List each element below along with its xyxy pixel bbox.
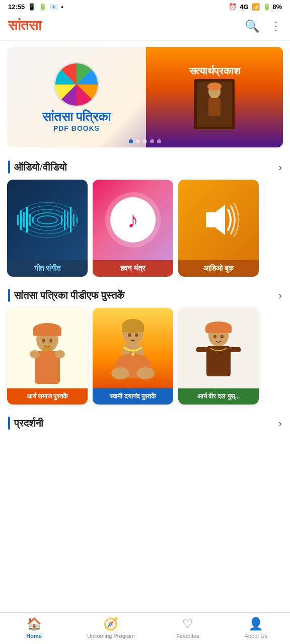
pradarshani-title: प्रदर्शनी xyxy=(14,418,43,429)
wave-svg xyxy=(12,200,83,240)
arya-veer-book-image xyxy=(178,308,259,388)
home-icon: 🏠 xyxy=(27,617,42,631)
svg-rect-52 xyxy=(196,347,207,352)
swami-dayanand-figure xyxy=(93,308,173,388)
dharma-wheel-icon xyxy=(54,62,99,107)
nav-home[interactable]: 🏠 Home xyxy=(19,617,49,639)
svg-rect-15 xyxy=(32,217,34,222)
svg-marker-23 xyxy=(215,205,225,235)
banner-right: सत्यार्थप्रकाश xyxy=(146,47,283,147)
nav-about-us[interactable]: 👤 About Us xyxy=(241,617,271,639)
swami-dayanand-book-card[interactable]: स्वामी दयानंद पुस्तकें xyxy=(93,308,173,405)
svg-point-9 xyxy=(37,216,57,224)
arya-veer-book-card[interactable]: आर्य वीर दल पुस्... xyxy=(178,308,259,405)
audio-book-label: आडिओ बुक xyxy=(178,260,259,277)
nav-home-label: Home xyxy=(26,633,42,639)
geet-sangeet-label: गीत संगीत xyxy=(7,260,88,277)
status-indicators: ⏰ 4G 📶 🔋 8% xyxy=(229,3,282,11)
banner-title: सांतसा पत्रिका xyxy=(42,110,111,125)
pradarshani-chevron[interactable]: › xyxy=(278,418,282,429)
svg-point-50 xyxy=(221,335,224,339)
audio-book-card[interactable]: आडिओ बुक xyxy=(178,180,259,277)
audio-video-title: ऑडियो/वीडियो xyxy=(14,162,67,173)
svg-point-32 xyxy=(30,350,40,358)
svg-point-39 xyxy=(135,334,138,337)
svg-rect-16 xyxy=(61,215,62,225)
pradarshani-section-header: प्रदर्शनी › xyxy=(0,410,290,440)
arya-samaj-label: आर्य समाज पुस्तकें xyxy=(7,388,88,405)
pdf-books-list: आर्य समाज पुस्तकें xyxy=(0,306,290,410)
music-note-icon: ♪ xyxy=(110,197,156,243)
arya-veer-figure xyxy=(178,308,259,388)
pdf-books-title: सांतसा पत्रिका पीडीएफ पुस्तकें xyxy=(14,290,124,301)
svg-rect-53 xyxy=(230,347,241,352)
app-logo: सांतसा xyxy=(8,18,41,34)
person-icon: 👤 xyxy=(248,617,263,631)
svg-rect-48 xyxy=(205,326,232,333)
svg-point-49 xyxy=(213,335,216,339)
pradarshani-section-bar-icon xyxy=(8,417,10,430)
pdf-books-chevron[interactable]: › xyxy=(278,290,282,301)
svg-rect-13 xyxy=(26,207,28,232)
arya-veer-label: आर्य वीर दल पुस्... xyxy=(178,388,259,405)
promo-banner[interactable]: सांतसा पत्रिका PDF BOOKS सत्यार्थप्रकाश xyxy=(7,47,283,147)
compass-icon: 🧭 xyxy=(103,617,118,631)
arya-samaj-book-card[interactable]: आर्य समाज पुस्तकें xyxy=(7,308,88,405)
svg-point-4 xyxy=(207,83,222,91)
svg-point-44 xyxy=(131,353,134,356)
svg-rect-11 xyxy=(20,210,22,230)
audio-book-image xyxy=(178,180,259,260)
svg-rect-19 xyxy=(70,207,71,232)
banner-pagination xyxy=(7,139,283,143)
svg-rect-22 xyxy=(206,212,215,227)
geet-sangeet-image xyxy=(7,180,88,260)
geet-sangeet-card[interactable]: गीत संगीत xyxy=(7,180,88,277)
svg-rect-14 xyxy=(29,214,31,226)
svg-rect-17 xyxy=(64,210,65,230)
svg-rect-27 xyxy=(33,328,61,336)
swami-dayanand-label: स्वामी दयानंद पुस्तकें xyxy=(93,388,173,405)
svg-rect-3 xyxy=(208,98,221,116)
header-actions: 🔍 ⋮ xyxy=(245,19,282,33)
nav-favorites-label: Favorites xyxy=(176,633,199,639)
svg-rect-21 xyxy=(76,217,78,222)
swami-dayanand-book-image xyxy=(93,308,173,388)
app-header: सांतसा 🔍 ⋮ xyxy=(0,14,290,41)
bottom-navigation: 🏠 Home 🧭 Upcoming Program ♡ Favorites 👤 … xyxy=(0,612,290,644)
nav-favorites[interactable]: ♡ Favorites xyxy=(173,617,203,639)
banner-left: सांतसा पत्रिका PDF BOOKS xyxy=(7,56,146,139)
havan-mantra-card[interactable]: ♪ हवन मंत्र xyxy=(93,180,173,277)
svg-rect-20 xyxy=(73,214,75,226)
svg-point-43 xyxy=(136,367,155,379)
svg-point-38 xyxy=(128,334,131,337)
svg-point-28 xyxy=(42,339,45,343)
banner-subtitle: PDF BOOKS xyxy=(53,124,100,132)
nav-upcoming-program[interactable]: 🧭 Upcoming Program xyxy=(87,617,135,639)
dot-2 xyxy=(136,139,140,143)
svg-rect-18 xyxy=(67,212,68,227)
speaker-svg xyxy=(196,197,241,243)
nav-about-label: About Us xyxy=(245,633,267,639)
havan-mantra-label: हवन मंत्र xyxy=(93,260,173,277)
arya-samaj-book-image xyxy=(7,308,88,388)
audio-video-chevron[interactable]: › xyxy=(278,162,282,173)
svg-rect-12 xyxy=(23,212,25,227)
audio-video-section-header: ऑडियो/वीडियो › xyxy=(0,153,290,178)
audio-video-list: गीत संगीत ♪ हवन मंत्र आडिओ बुक xyxy=(0,178,290,282)
banner-book-title: सत्यार्थप्रकाश xyxy=(189,65,240,77)
pdf-books-section-header: सांतसा पत्रिका पीडीएफ पुस्तकें › xyxy=(0,282,290,306)
svg-point-42 xyxy=(111,367,129,379)
banner-book-image xyxy=(194,79,235,129)
bottom-nav-spacer xyxy=(0,440,290,480)
arya-samaj-figure xyxy=(7,308,88,388)
pdf-section-bar-icon xyxy=(8,289,10,302)
heart-icon: ♡ xyxy=(182,617,193,631)
svg-rect-10 xyxy=(17,215,19,225)
status-time: 12:55 📱 🔋 📧 • xyxy=(8,3,63,11)
dot-4 xyxy=(150,139,154,143)
status-bar: 12:55 📱 🔋 📧 • ⏰ 4G 📶 🔋 8% xyxy=(0,0,290,14)
havan-mantra-image: ♪ xyxy=(93,180,173,260)
search-icon[interactable]: 🔍 xyxy=(245,19,260,33)
menu-icon[interactable]: ⋮ xyxy=(270,19,282,33)
svg-point-33 xyxy=(55,350,65,358)
